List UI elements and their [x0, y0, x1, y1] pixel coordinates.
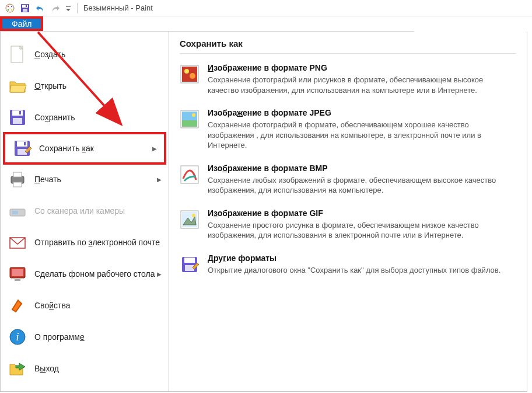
menu-item-print[interactable]: Печать ▶ [1, 164, 169, 195]
submenu-item-title: Изображение в формате JPEG [208, 108, 516, 117]
scanner-icon [8, 201, 27, 221]
menu-item-properties[interactable]: Свойства [1, 290, 169, 321]
submenu-item-desc: Сохранение любых изображений в формате, … [208, 175, 516, 196]
svg-rect-7 [22, 5, 28, 8]
svg-rect-32 [182, 67, 197, 82]
submenu-arrow-icon: ▶ [157, 176, 162, 183]
submenu-item-png[interactable]: Изображение в формате PNG Сохранение фот… [180, 58, 516, 103]
menu-item-scanner: Со сканера или камеры [1, 195, 169, 227]
svg-rect-27 [12, 269, 23, 276]
submenu-item-desc: Сохранение простого рисунка в формате, о… [208, 220, 516, 241]
submenu-item-gif[interactable]: Изображение в формате GIF Сохранение про… [180, 204, 516, 249]
menu-label: Печать [34, 175, 61, 184]
menu-label: Со сканера или камеры [34, 206, 125, 215]
png-icon [180, 64, 200, 84]
redo-icon[interactable] [50, 3, 61, 13]
submenu-item-desc: Сохранение фотографий или рисунков в фор… [208, 75, 516, 95]
svg-rect-13 [12, 110, 23, 116]
title-bar: Безымянный - Paint [0, 0, 532, 16]
svg-rect-28 [15, 279, 20, 281]
tab-file[interactable]: Файл [0, 16, 43, 31]
menu-label: О программе [34, 332, 85, 342]
svg-rect-19 [24, 142, 26, 145]
menu-label: Сохранить [34, 113, 75, 122]
submenu-item-desc: Открытие диалогового окна "Сохранить как… [208, 265, 516, 276]
svg-rect-22 [13, 182, 22, 187]
properties-icon [8, 295, 27, 315]
submenu-item-other[interactable]: Другие форматы Открытие диалогового окна… [180, 249, 516, 284]
print-icon [8, 169, 27, 189]
tab-file-label: Файл [12, 19, 32, 29]
svg-rect-17 [17, 141, 27, 147]
submenu-item-desc: Сохранение фотографий в формате, обеспеч… [208, 120, 516, 151]
window-title: Безымянный - Paint [83, 4, 153, 12]
svg-point-38 [192, 113, 195, 117]
submenu-item-title: Изображение в формате BMP [208, 164, 516, 173]
wallpaper-icon [8, 264, 27, 284]
svg-point-42 [192, 214, 195, 217]
menu-label: Создать [34, 50, 65, 59]
saveas-submenu: Сохранить как Изображение в формате PNG … [169, 32, 527, 392]
email-icon [8, 232, 27, 252]
svg-rect-39 [181, 166, 198, 183]
menu-label: Отправить по электронной почте [34, 238, 160, 247]
undo-icon[interactable] [35, 3, 46, 13]
new-file-icon [8, 44, 27, 64]
gif-icon [180, 210, 200, 229]
svg-rect-9 [26, 5, 27, 7]
menu-label: Сохранить как [39, 144, 94, 153]
svg-point-5 [9, 7, 11, 9]
svg-point-4 [11, 9, 12, 10]
saveas-disk-icon [12, 138, 32, 158]
menu-label: Выход [34, 364, 59, 373]
submenu-item-jpeg[interactable]: Изображение в формате JPEG Сохранение фо… [180, 103, 516, 159]
submenu-item-title: Изображение в формате PNG [208, 63, 516, 72]
file-menu: Создать Открыть Сохранить Сохранить как … [0, 32, 169, 392]
submenu-item-title: Изображение в формате GIF [208, 208, 516, 218]
about-icon: i [8, 327, 27, 347]
svg-rect-15 [19, 111, 21, 114]
svg-rect-10 [66, 6, 71, 7]
save-icon[interactable] [20, 3, 30, 13]
menu-label: Открыть [34, 81, 66, 91]
menu-item-open[interactable]: Открыть [1, 70, 169, 102]
svg-point-33 [184, 69, 189, 74]
ribbon-tab-row: Файл [0, 16, 414, 32]
bmp-icon [180, 165, 200, 185]
menu-item-email[interactable]: Отправить по электронной почте [1, 227, 169, 258]
svg-rect-37 [182, 120, 197, 127]
menu-label: Свойства [34, 301, 71, 310]
menu-item-save[interactable]: Сохранить [1, 102, 169, 133]
menu-item-wallpaper[interactable]: Сделать фоном рабочего стола ▶ [1, 258, 169, 290]
open-folder-icon [8, 76, 27, 96]
submenu-item-title: Другие форматы [208, 253, 516, 263]
submenu-arrow-icon: ▶ [152, 145, 157, 152]
menu-item-exit[interactable]: Выход [1, 353, 169, 384]
submenu-heading: Сохранить как [180, 39, 516, 54]
menu-label: Сделать фоном рабочего стола [34, 269, 155, 279]
svg-rect-8 [23, 9, 27, 12]
svg-text:i: i [16, 331, 19, 343]
exit-icon [8, 359, 27, 378]
submenu-arrow-icon: ▶ [157, 271, 162, 277]
svg-rect-24 [12, 211, 18, 214]
menu-item-saveas[interactable]: Сохранить как ▶ [3, 132, 166, 165]
svg-rect-21 [13, 172, 22, 177]
separator [77, 3, 78, 13]
menu-item-create[interactable]: Создать [1, 39, 169, 70]
svg-point-1 [8, 5, 9, 6]
customize-dropdown-icon[interactable] [65, 3, 71, 13]
svg-point-34 [190, 73, 195, 79]
svg-point-2 [11, 5, 12, 6]
menu-item-about[interactable]: i О программе [1, 321, 169, 353]
svg-point-3 [8, 9, 9, 10]
svg-rect-14 [13, 118, 22, 124]
jpeg-icon [180, 109, 200, 129]
app-icon [5, 3, 15, 13]
svg-rect-44 [184, 258, 195, 263]
submenu-item-bmp[interactable]: Изображение в формате BMP Сохранение люб… [180, 159, 516, 204]
save-disk-icon [8, 107, 27, 127]
other-format-icon [180, 255, 200, 274]
